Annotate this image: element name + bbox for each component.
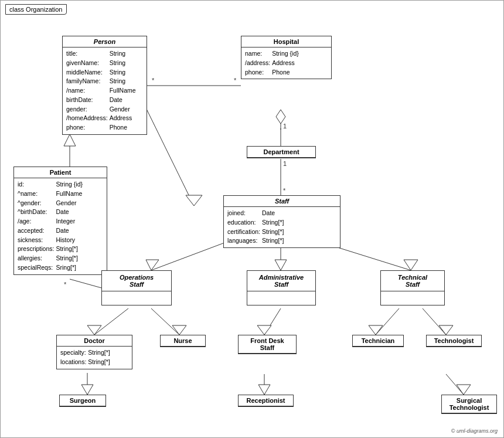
svg-marker-4 — [276, 110, 285, 124]
svg-line-37 — [70, 279, 101, 288]
technical-staff-header: TechnicalStaff — [381, 271, 444, 291]
staff-class: Staff joined:Date education:String[*] ce… — [223, 195, 340, 248]
diagram-title: class Organization — [5, 4, 67, 15]
svg-text:*: * — [234, 77, 237, 84]
svg-text:1: 1 — [283, 123, 287, 130]
svg-text:1: 1 — [283, 160, 287, 167]
svg-marker-26 — [257, 325, 271, 335]
surgeon-class: Surgeon — [59, 395, 106, 407]
person-class: Person title:String givenName:String mid… — [62, 36, 147, 135]
svg-line-27 — [376, 308, 399, 335]
svg-marker-22 — [87, 325, 101, 335]
surgeon-header: Surgeon — [60, 395, 105, 406]
surgical-technologist-class: SurgicalTechnologist — [441, 395, 497, 414]
svg-line-15 — [151, 241, 229, 270]
svg-marker-14 — [186, 195, 202, 206]
administrative-staff-header: AdministrativeStaff — [247, 271, 315, 291]
receptionist-header: Receptionist — [239, 395, 293, 406]
technician-class: Technician — [352, 335, 404, 347]
svg-marker-16 — [146, 260, 159, 270]
svg-line-23 — [151, 308, 179, 335]
technician-header: Technician — [353, 335, 403, 347]
svg-text:*: * — [64, 281, 67, 288]
operations-staff-class: OperationsStaff — [101, 270, 172, 305]
svg-marker-30 — [439, 325, 453, 335]
front-desk-staff-class: Front DeskStaff — [238, 335, 297, 354]
doctor-class: Doctor specialty:String[*] locations:Str… — [56, 335, 132, 369]
front-desk-staff-header: Front DeskStaff — [239, 335, 296, 354]
staff-header: Staff — [224, 196, 340, 207]
svg-marker-32 — [81, 385, 93, 395]
svg-marker-34 — [258, 385, 270, 395]
department-class: Department — [247, 146, 316, 158]
patient-class: Patient id:String {id} ^name:FullName ^g… — [13, 167, 107, 275]
svg-text:*: * — [283, 187, 286, 194]
staff-body: joined:Date education:String[*] certific… — [224, 207, 340, 247]
hospital-header: Hospital — [241, 36, 331, 47]
administrative-staff-class: AdministrativeStaff — [247, 270, 316, 305]
svg-line-13 — [146, 108, 194, 206]
svg-marker-28 — [369, 325, 383, 335]
svg-marker-36 — [457, 385, 471, 395]
diagram-container: class Organization * * 1 * 1 * — [0, 0, 504, 438]
technologist-header: Technologist — [427, 335, 481, 347]
patient-header: Patient — [14, 167, 107, 178]
copyright: © uml-diagrams.org — [451, 428, 498, 434]
svg-marker-20 — [404, 260, 418, 270]
patient-body: id:String {id} ^name:FullName ^gender:Ge… — [14, 178, 107, 274]
svg-line-21 — [94, 308, 128, 335]
technical-staff-class: TechnicalStaff — [380, 270, 445, 305]
nurse-class: Nurse — [160, 335, 206, 347]
surgical-technologist-header: SurgicalTechnologist — [442, 395, 496, 413]
svg-line-35 — [446, 374, 464, 395]
hospital-body: name:String {id} /address:Address phone:… — [241, 47, 331, 79]
svg-line-29 — [423, 308, 446, 335]
doctor-header: Doctor — [57, 335, 132, 347]
svg-marker-18 — [275, 260, 287, 270]
doctor-body: specialty:String[*] locations:String[*] — [57, 347, 132, 369]
receptionist-class: Receptionist — [238, 395, 294, 407]
svg-text:*: * — [152, 77, 155, 84]
person-body: title:String givenName:String middleName… — [63, 47, 147, 134]
svg-line-25 — [264, 308, 281, 335]
person-header: Person — [63, 36, 147, 47]
department-header: Department — [247, 147, 315, 158]
nurse-header: Nurse — [161, 335, 205, 347]
technologist-class: Technologist — [426, 335, 482, 347]
hospital-class: Hospital name:String {id} /address:Addre… — [241, 36, 332, 79]
svg-marker-24 — [172, 325, 186, 335]
svg-marker-12 — [64, 134, 76, 146]
operations-staff-header: OperationsStaff — [102, 271, 171, 291]
